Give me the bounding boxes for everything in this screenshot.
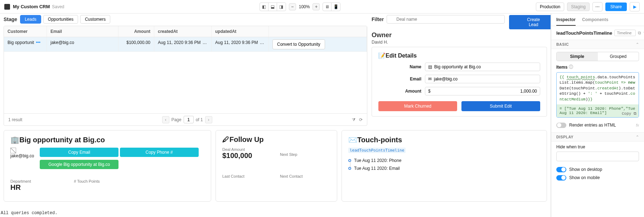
app-logo <box>4 4 10 10</box>
timeline-component-tag[interactable]: leadTouchPointsTimeline <box>348 148 406 153</box>
form-icon: ▤ <box>428 64 432 69</box>
name-input[interactable] <box>434 64 537 69</box>
followup-card: 🖊Follow Up Deal Amount $100,000 Next Ste… <box>216 130 337 202</box>
owner-title: Owner <box>372 31 547 39</box>
show-mobile-label: Show on mobile <box>569 175 600 180</box>
create-lead-button[interactable]: Create Lead <box>509 15 551 29</box>
chevron-up-icon[interactable]: ⌃ <box>636 135 639 139</box>
timeline-dot-icon <box>348 167 351 170</box>
expand-cell-icon[interactable]: ••• <box>34 40 41 45</box>
filter-icon[interactable]: ⧩ <box>352 117 355 122</box>
last-contact-label: Last Contact <box>222 174 273 178</box>
page-of: of 1 <box>196 117 203 122</box>
stage-tab-leads[interactable]: Leads <box>20 15 41 24</box>
cell-amount: $100,000.00 <box>118 37 154 51</box>
dept-label: Department <box>10 179 31 183</box>
prev-page-button[interactable]: ‹ <box>162 116 169 123</box>
device-switcher[interactable]: 🖥 📱 <box>323 3 340 11</box>
grid-header-updatedat[interactable]: updatedAt <box>212 26 269 37</box>
render-html-label: Render entries as HTML <box>569 123 616 128</box>
more-menu-button[interactable]: ⋯ <box>592 2 602 11</box>
mark-churned-button[interactable]: Mark Churned <box>378 101 457 111</box>
zoom-in-button[interactable]: + <box>313 3 320 10</box>
show-desktop-label: Show on desktop <box>569 167 602 172</box>
components-tab[interactable]: Components <box>582 17 608 26</box>
google-lead-button[interactable]: Google Big opportunity at Big.co <box>40 160 118 169</box>
cell-updatedAt: Aug 11, 2020 9:36 PM ••• <box>212 37 269 51</box>
component-name[interactable]: leadTouchPointsTimeline <box>556 30 612 36</box>
grouped-toggle[interactable]: Grouped <box>598 52 639 61</box>
edit-title: 📝Edit Details <box>378 52 540 59</box>
owner-name: David H. <box>372 40 547 47</box>
env-production-button[interactable]: Production <box>536 3 564 11</box>
copy-phone-button[interactable]: Copy Phone # <box>120 148 199 157</box>
touchpoints-title: ✉️Touch-points <box>348 135 540 144</box>
items-label: Items <box>556 65 567 70</box>
followup-title: 🖊Follow Up <box>222 135 330 144</box>
layout-bottom-icon[interactable]: ⬓ <box>268 3 277 11</box>
stage-tab-customers[interactable]: Customers <box>80 15 110 24</box>
share-button[interactable]: Share <box>605 3 627 11</box>
timeline-text: Tue Aug 11 2020: Phone <box>354 158 401 163</box>
inspector-panel: Inspector Components leadTouchPointsTime… <box>551 14 644 217</box>
expand-cell-icon[interactable]: ••• <box>200 40 208 45</box>
grid-header-email[interactable]: Email <box>47 26 118 37</box>
expand-cell-icon[interactable]: ••• <box>258 40 265 45</box>
env-staging-button[interactable]: Staging <box>567 3 590 11</box>
dollar-icon: $ <box>428 89 431 94</box>
result-count: 1 result <box>8 117 22 122</box>
timeline-dot-icon <box>348 159 351 162</box>
cell-customer: Big opportunit ••• <box>4 37 47 51</box>
hide-when-true-input[interactable] <box>556 152 639 161</box>
layout-right-icon[interactable]: ◨ <box>277 3 286 11</box>
next-step-label: Next Step <box>280 152 330 157</box>
name-label: Name <box>378 64 421 69</box>
submit-edit-button[interactable]: Submit Edit <box>461 101 540 111</box>
mobile-icon[interactable]: 📱 <box>331 3 340 11</box>
mail-icon: ✉ <box>428 77 432 82</box>
stage-tab-opportunities[interactable]: Opportunities <box>43 15 78 24</box>
table-row[interactable]: Big opportunit •••jake@big.co$100,000.00… <box>4 37 367 52</box>
desktop-icon[interactable]: 🖥 <box>323 3 331 11</box>
deal-amount-label: Deal Amount <box>222 147 273 152</box>
timeline-text: Tue Aug 11 2020: Email <box>354 166 400 171</box>
grid-header-amount[interactable]: Amount <box>118 26 154 37</box>
chevron-up-icon[interactable]: ⌃ <box>636 42 639 46</box>
show-mobile-switch[interactable] <box>556 175 566 181</box>
items-mode-toggle[interactable]: Simple Grouped <box>556 52 639 61</box>
lead-title: 🏢Big opportunity at Big.co <box>10 135 204 144</box>
page-input[interactable] <box>184 116 194 123</box>
run-button[interactable]: ▶ <box>630 2 640 11</box>
deal-amount-value: $100,000 <box>222 152 273 160</box>
lead-email: jake@big.co <box>10 153 34 158</box>
duplicate-icon[interactable]: ⧉ <box>638 30 641 36</box>
info-icon[interactable]: ⓘ <box>569 64 573 70</box>
amount-input[interactable] <box>433 89 537 94</box>
filter-input[interactable] <box>387 15 505 24</box>
items-code-editor[interactable]: {{ touch_points.data.touchPointsList.ite… <box>556 72 639 118</box>
status-bar: All queries completed. <box>0 209 58 217</box>
avatar-placeholder-icon <box>10 148 16 153</box>
copy-email-button[interactable]: Copy Email <box>40 148 118 157</box>
component-type-input[interactable] <box>614 30 636 36</box>
layout-switcher[interactable]: ◧ ⬓ ◨ <box>260 3 286 11</box>
timeline-item: Tue Aug 11 2020: Phone <box>348 157 540 164</box>
email-input[interactable] <box>434 77 537 82</box>
layout-left-icon[interactable]: ◧ <box>260 3 268 11</box>
show-desktop-switch[interactable] <box>556 167 566 172</box>
convert-to-opportunity-button[interactable]: Convert to Opportunity <box>272 39 325 49</box>
fx-icon[interactable]: fx <box>636 123 639 127</box>
refresh-icon[interactable]: ⟳ <box>359 117 363 122</box>
page-label: Page <box>171 117 181 122</box>
section-display-header[interactable]: DISPLAY <box>556 135 573 139</box>
inspector-tab[interactable]: Inspector <box>556 17 576 26</box>
zoom-out-button[interactable]: − <box>289 3 296 10</box>
lead-summary-card: 🏢Big opportunity at Big.co jake@big.co C… <box>4 130 211 202</box>
grid-header-customer[interactable]: Customer <box>4 26 47 37</box>
next-page-button[interactable]: › <box>205 116 212 123</box>
grid-header-createdat[interactable]: createdAt <box>154 26 212 37</box>
render-html-switch[interactable] <box>556 123 566 128</box>
section-basic-header[interactable]: BASIC <box>556 42 569 46</box>
simple-toggle[interactable]: Simple <box>557 52 598 61</box>
copy-result-button[interactable]: Copy ⧉ <box>622 112 636 116</box>
